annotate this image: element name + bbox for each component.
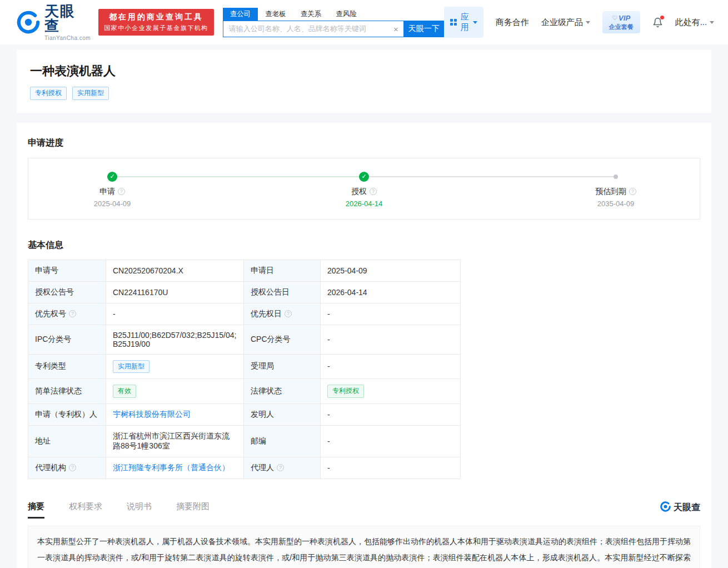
field-label: 地址	[28, 425, 106, 457]
table-row: 申请（专利权）人 宇树科技股份有限公司 发明人 -	[28, 403, 461, 425]
step-label: 预估到期	[595, 187, 626, 197]
tianyancha-logo[interactable]: 天眼查 TianYanCha.com	[17, 4, 91, 41]
notification-bell-icon[interactable]	[652, 17, 663, 28]
field-label: 受理局	[244, 354, 321, 379]
field-value: 浙江省杭州市滨江区西兴街道东流路88号1幢306室	[106, 425, 244, 457]
page-title: 一种表演机器人	[30, 63, 698, 79]
check-icon: ✓	[359, 172, 369, 182]
field-label: 申请（专利权）人	[28, 403, 106, 425]
apps-label: 应用	[461, 12, 469, 33]
help-icon[interactable]: ?	[285, 310, 292, 317]
page-content: 一种表演机器人 专利授权 实用新型 申请进度 ✓ 申请 ? 2025-04-09	[17, 50, 711, 568]
promo-line2: 国家中小企业发展子基金旗下机构	[104, 24, 208, 32]
nav-more-label: 此处有...	[675, 17, 707, 28]
grid-icon	[450, 19, 457, 26]
tab-abstract[interactable]: 摘要	[28, 501, 44, 519]
field-value: 实用新型	[106, 354, 244, 379]
search-tab-relation[interactable]: 查关系	[293, 8, 329, 21]
search-input[interactable]	[223, 21, 403, 37]
field-label: 发明人	[244, 403, 321, 425]
basic-info-table: 申请号 CN202520670204.X 申请日 2025-04-09 授权公告…	[28, 260, 461, 479]
header-nav: 应用 商务合作 企业级产品 ♡ VIP 企业套餐 此处有...	[444, 7, 715, 38]
progress-step-expiry: 预估到期 ? 2035-04-09	[532, 172, 700, 208]
field-value: CN202520670204.X	[106, 260, 244, 281]
basic-info-section: 基本信息 申请号 CN202520670204.X 申请日 2025-04-09…	[28, 240, 700, 479]
help-icon[interactable]: ?	[69, 310, 76, 317]
field-label-text: 代理机构	[35, 463, 66, 473]
tag-utility-model: 实用新型	[72, 87, 109, 100]
progress-step-grant: ✓ 授权 ? 2026-04-14	[196, 172, 532, 208]
tianyancha-watermark-icon	[660, 501, 671, 514]
field-value: -	[321, 403, 461, 425]
table-row: IPC分类号 B25J11/00;B62D57/032;B25J15/04;B2…	[28, 325, 461, 354]
step-date: 2035-04-09	[597, 200, 635, 208]
check-icon: ✓	[107, 172, 117, 182]
table-row: 简单法律状态 有效 法律状态 专利授权	[28, 379, 461, 404]
field-value: -	[321, 425, 461, 457]
field-value: 专利授权	[321, 379, 461, 404]
field-value: 浙江翔隆专利事务所（普通合伙）	[106, 457, 244, 479]
field-value: B25J11/00;B62D57/032;B25J15/04;B25J19/00	[106, 325, 244, 354]
search-tabs: 查公司 查老板 查关系 查风险	[223, 8, 444, 21]
title-tags: 专利授权 实用新型	[30, 87, 698, 100]
field-label-text: 优先权日	[251, 309, 282, 319]
promo-line1: 都在用的商业查询工具	[104, 12, 208, 22]
field-label-text: 代理人	[251, 463, 274, 473]
field-value: -	[321, 325, 461, 354]
help-icon[interactable]: ?	[69, 464, 76, 471]
help-icon[interactable]: ?	[118, 188, 125, 195]
application-progress: ✓ 申请 ? 2025-04-09 ✓ 授权 ? 2026-04-14	[28, 158, 700, 220]
clear-icon[interactable]: ×	[393, 24, 398, 33]
heart-icon: ♡	[612, 14, 617, 22]
chevron-down-icon	[710, 21, 714, 24]
vip-sub-label: 企业套餐	[609, 23, 634, 31]
patent-title-card: 一种表演机器人 专利授权 实用新型	[17, 50, 711, 113]
step-label: 申请	[99, 187, 115, 197]
field-label: 法律状态	[244, 379, 321, 404]
field-label: 代理人?	[244, 457, 321, 479]
help-icon[interactable]: ?	[277, 464, 284, 471]
field-value: CN224116170U	[106, 281, 244, 303]
field-label: 授权公告日	[244, 281, 321, 303]
field-label: 优先权号?	[28, 303, 106, 325]
table-row: 专利类型 实用新型 受理局 -	[28, 354, 461, 379]
field-label: IPC分类号	[28, 325, 106, 354]
field-value: 有效	[106, 379, 244, 404]
step-label: 授权	[351, 187, 367, 197]
nav-enterprise-products[interactable]: 企业级产品	[541, 17, 590, 28]
field-label: 简单法律状态	[28, 379, 106, 404]
field-label: 邮编	[244, 425, 321, 457]
nav-business-cooperation-label: 商务合作	[496, 17, 529, 28]
search-tab-risk[interactable]: 查风险	[328, 8, 364, 21]
apps-button[interactable]: 应用	[444, 7, 483, 38]
tab-description[interactable]: 说明书	[127, 501, 152, 517]
nav-enterprise-products-label: 企业级产品	[541, 17, 583, 28]
vip-badge[interactable]: ♡ VIP 企业套餐	[602, 11, 640, 33]
field-label: 优先权日?	[244, 303, 321, 325]
applicant-link[interactable]: 宇树科技股份有限公司	[113, 410, 191, 418]
table-row: 优先权号? - 优先权日? -	[28, 303, 461, 325]
notification-dot	[660, 16, 664, 19]
abstract-text: 本实用新型公开了一种表演机器人，属于机器人设备技术领域。本实用新型的一种表演机器…	[28, 526, 700, 568]
search-button[interactable]: 天眼一下	[404, 21, 444, 37]
field-label: CPC分类号	[244, 325, 321, 354]
nav-business-cooperation[interactable]: 商务合作	[496, 17, 529, 28]
nav-more[interactable]: 此处有...	[675, 17, 715, 28]
legal-status-tag: 专利授权	[327, 385, 364, 398]
field-value: -	[321, 354, 461, 379]
table-row: 授权公告号 CN224116170U 授权公告日 2026-04-14	[28, 281, 461, 303]
tab-abstract-figure[interactable]: 摘要附图	[176, 501, 210, 517]
patent-type-tag: 实用新型	[113, 360, 149, 373]
help-icon[interactable]: ?	[629, 188, 636, 195]
tab-claims[interactable]: 权利要求	[69, 501, 102, 517]
tianyancha-logo-icon	[17, 11, 40, 34]
step-date: 2026-04-14	[346, 200, 383, 208]
table-row: 地址 浙江省杭州市滨江区西兴街道东流路88号1幢306室 邮编 -	[28, 425, 461, 457]
step-date: 2025-04-09	[94, 200, 131, 208]
field-label: 授权公告号	[28, 281, 106, 303]
help-icon[interactable]: ?	[370, 188, 377, 195]
search-tab-company[interactable]: 查公司	[223, 8, 258, 21]
agency-link[interactable]: 浙江翔隆专利事务所（普通合伙）	[113, 463, 230, 472]
pending-dot-icon	[614, 175, 618, 179]
search-tab-boss[interactable]: 查老板	[258, 8, 293, 21]
